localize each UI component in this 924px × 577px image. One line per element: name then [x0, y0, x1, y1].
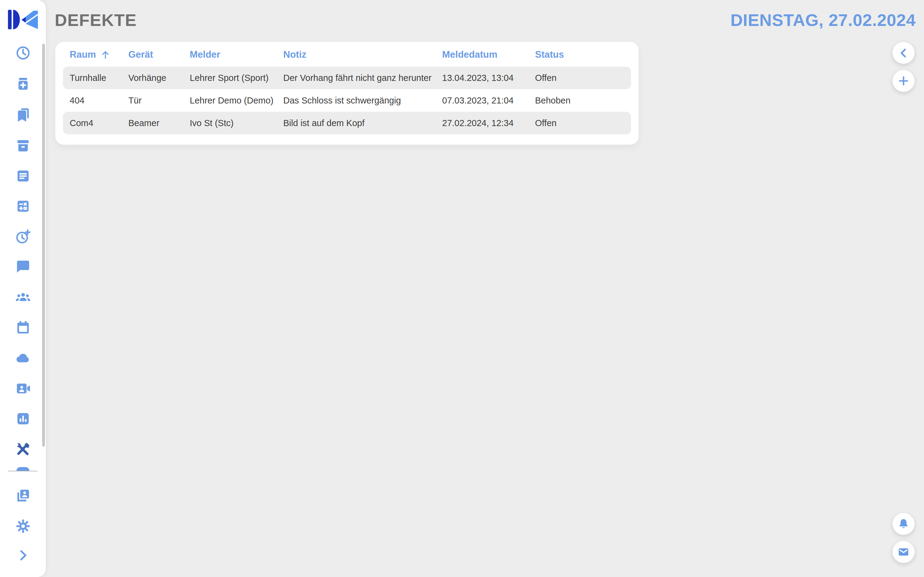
- cell-notiz: Der Vorhang fährt nicht ganz herunter: [283, 73, 442, 83]
- sidebar-item-history[interactable]: [0, 44, 46, 61]
- column-header-melder[interactable]: Melder: [190, 49, 283, 60]
- table-header-row: Raum Gerät Melder Notiz Meldedatum Statu…: [63, 45, 631, 64]
- column-header-raum[interactable]: Raum: [69, 49, 128, 60]
- sidebar-item-video[interactable]: [0, 380, 46, 397]
- chat-icon: [15, 259, 31, 275]
- sidebar-item-contacts[interactable]: [0, 487, 46, 504]
- sidebar-item-documents[interactable]: [0, 167, 46, 184]
- defects-table-card: Raum Gerät Melder Notiz Meldedatum Statu…: [55, 42, 639, 145]
- bell-icon: [897, 518, 909, 530]
- column-header-meldedatum[interactable]: Meldedatum: [442, 49, 535, 60]
- expand-sidebar-icon: [16, 548, 30, 562]
- sidebar-scrollbar[interactable]: [42, 44, 45, 446]
- sidebar-item-analytics[interactable]: [0, 410, 46, 427]
- archive-icon: [15, 138, 31, 154]
- sidebar-divider: [8, 471, 37, 471]
- cell-raum: Com4: [69, 118, 128, 128]
- table-row[interactable]: Turnhalle Vorhänge Lehrer Sport (Sport) …: [63, 66, 631, 89]
- sidebar: [0, 0, 46, 577]
- cell-status: Behoben: [535, 95, 624, 106]
- settings-icon: [15, 518, 31, 534]
- collapse-panel-button[interactable]: [893, 42, 914, 64]
- sidebar-item-chat[interactable]: [0, 258, 46, 275]
- column-label-geraet: Gerät: [128, 49, 153, 60]
- column-label-status: Status: [535, 49, 564, 60]
- cell-geraet: Tür: [128, 95, 190, 106]
- cell-meldedatum: 07.03.2023, 21:04: [442, 95, 535, 106]
- sidebar-item-medication[interactable]: [0, 75, 46, 92]
- sidebar-expand-button[interactable]: [0, 547, 46, 564]
- sidebar-item-archive[interactable]: [0, 137, 46, 154]
- cell-raum: Turnhalle: [69, 73, 128, 83]
- video-camera-icon: [15, 380, 31, 396]
- table-row[interactable]: Com4 Beamer Ivo St (Stc) Bild ist auf de…: [63, 112, 631, 134]
- more-time-icon: [15, 229, 31, 245]
- sidebar-item-calculate[interactable]: [0, 198, 46, 214]
- column-label-notiz: Notiz: [283, 49, 307, 60]
- column-label-meldedatum: Meldedatum: [442, 49, 498, 60]
- analytics-icon: [15, 411, 31, 427]
- app-logo[interactable]: [8, 10, 38, 29]
- clipped-icon: [16, 467, 29, 471]
- cell-melder: Lehrer Demo (Demo): [190, 95, 283, 106]
- sidebar-item-cloud[interactable]: [0, 349, 46, 366]
- sidebar-item-groups[interactable]: [0, 289, 46, 306]
- cell-status: Offen: [535, 73, 624, 83]
- cell-geraet: Vorhänge: [128, 73, 190, 83]
- column-header-status[interactable]: Status: [535, 49, 624, 60]
- sort-ascending-icon: [100, 50, 111, 60]
- sidebar-item-defects[interactable]: [0, 440, 46, 458]
- cell-notiz: Bild ist auf dem Kopf: [283, 118, 442, 128]
- cloud-icon: [15, 350, 31, 366]
- table-body: Turnhalle Vorhänge Lehrer Sport (Sport) …: [63, 66, 631, 134]
- contacts-icon: [15, 488, 31, 504]
- calendar-icon: [15, 320, 31, 336]
- cell-geraet: Beamer: [128, 118, 190, 128]
- mail-button[interactable]: [893, 541, 914, 563]
- app-logo-icon: [8, 10, 38, 29]
- add-defect-button[interactable]: [893, 70, 914, 92]
- page-title: DEFEKTE: [55, 10, 137, 30]
- column-label-raum: Raum: [69, 49, 96, 60]
- cell-raum: 404: [69, 95, 128, 106]
- bookmarks-icon: [15, 107, 31, 123]
- current-date: DIENSTAG, 27.02.2024: [730, 10, 916, 30]
- cell-status: Offen: [535, 118, 624, 128]
- cell-notiz: Das Schloss ist schwergängig: [283, 95, 442, 106]
- column-header-notiz[interactable]: Notiz: [283, 49, 442, 60]
- table-row[interactable]: 404 Tür Lehrer Demo (Demo) Das Schloss i…: [63, 89, 631, 112]
- cell-meldedatum: 13.04.2023, 13:04: [442, 73, 535, 83]
- clock-icon: [15, 45, 31, 61]
- article-icon: [15, 168, 31, 184]
- column-label-melder: Melder: [190, 49, 220, 60]
- notifications-button[interactable]: [893, 513, 914, 535]
- sidebar-item-bookmarks[interactable]: [0, 106, 46, 123]
- handyman-icon: [15, 441, 31, 457]
- plus-icon: [897, 75, 909, 87]
- sidebar-item-more-time[interactable]: [0, 228, 46, 245]
- chevron-left-icon: [897, 47, 909, 59]
- cell-meldedatum: 27.02.2024, 12:34: [442, 118, 535, 128]
- calculate-icon: [15, 198, 31, 214]
- sidebar-item-calendar[interactable]: [0, 319, 46, 336]
- column-header-geraet[interactable]: Gerät: [128, 49, 190, 60]
- groups-icon: [15, 289, 31, 306]
- cell-melder: Ivo St (Stc): [190, 118, 283, 128]
- cell-melder: Lehrer Sport (Sport): [190, 73, 283, 83]
- mail-icon: [897, 546, 909, 558]
- sidebar-item-settings[interactable]: [0, 517, 46, 535]
- medication-icon: [15, 76, 31, 92]
